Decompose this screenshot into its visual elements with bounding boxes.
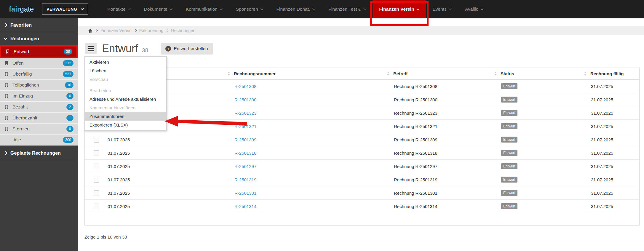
invoice-number-link[interactable]: R-2501319 — [234, 177, 256, 182]
sidebar-item-bezahlt[interactable]: Bezahlt2 — [0, 102, 78, 113]
sidebar-item-alle[interactable]: Alle300 — [0, 135, 78, 146]
fairgate-logo[interactable]: fairgate — [9, 5, 34, 13]
status-badge: Entwurf — [501, 83, 517, 89]
status-badge: Entwurf — [501, 137, 517, 143]
sidebar-item-entwurf[interactable]: Entwurf38 — [0, 45, 78, 58]
header-rechnungsnummer[interactable]: Rechnungsnummer — [234, 71, 389, 76]
menu-item-exportieren-xlsx[interactable]: Exportieren (XLSX) — [85, 121, 166, 129]
header-rechnung-faellig[interactable]: Rechnung fällig — [584, 71, 640, 76]
nav-item-kontakte[interactable]: Kontakte — [100, 0, 137, 18]
nav-item-events[interactable]: Events — [426, 0, 458, 18]
nav-item-kommunikation[interactable]: Kommunikation — [179, 0, 229, 18]
create-draft-button[interactable]: Entwurf erstellen — [161, 43, 212, 55]
nav-item-sponsoren[interactable]: Sponsoren — [229, 0, 270, 18]
header-status[interactable]: Status — [491, 71, 584, 76]
status-badge: Entwurf — [501, 150, 517, 156]
row-select-cell — [85, 190, 104, 196]
sidebar-item-im-einzug[interactable]: Im Einzug0 — [0, 91, 78, 102]
invoice-number-cell: R-2501297 — [234, 164, 389, 169]
invoice-date-cell: 01.07.2025 — [104, 204, 234, 209]
nav-item-label: Finanzen Test € — [328, 7, 361, 12]
sort-icon[interactable] — [387, 72, 389, 76]
invoice-number-link[interactable]: R-2501318 — [234, 151, 256, 156]
sidebar-item-offen[interactable]: Offen212 — [0, 58, 78, 69]
count-badge: 0 — [66, 93, 73, 99]
count-badge: 0 — [66, 126, 73, 132]
invoice-number-link[interactable]: R-2501321 — [234, 124, 256, 129]
invoice-due-cell: 31.07.2025 — [584, 97, 640, 102]
invoice-status-cell: Entwurf — [491, 150, 584, 156]
row-checkbox[interactable] — [94, 164, 99, 169]
count-badge: 531 — [63, 71, 73, 77]
invoice-number-link[interactable]: R-2501300 — [234, 97, 256, 102]
row-checkbox[interactable] — [94, 150, 99, 156]
menu-item-zusammenführen[interactable]: Zusammenführen — [85, 112, 166, 121]
nav-item-label: Dokumente — [144, 7, 167, 12]
breadcrumb-item-rechnungen[interactable]: Rechnungen — [171, 28, 195, 33]
sidebar-item-teilbeglichen[interactable]: Teilbeglichen10 — [0, 80, 78, 91]
invoice-subject-cell: Rechnung R-2501297 — [389, 164, 491, 169]
menu-item-löschen[interactable]: Löschen — [85, 66, 166, 75]
sidebar-section-rechnungen[interactable]: Rechnungen — [0, 32, 78, 45]
row-checkbox[interactable] — [94, 204, 99, 209]
logo-part-2: gate — [20, 5, 34, 13]
status-badge: Entwurf — [501, 203, 517, 209]
nav-item-finanzen-verein[interactable]: Finanzen Verein — [373, 0, 426, 18]
menu-item-adresse-und-anrede-aktualisieren[interactable]: Adresse und Anrede aktualisieren — [85, 95, 166, 103]
page-title-count: 38 — [142, 47, 148, 54]
sort-icon[interactable] — [494, 72, 497, 76]
home-icon[interactable] — [88, 28, 93, 33]
sidebar-item-storniert[interactable]: Storniert0 — [0, 124, 78, 135]
count-badge: 2 — [66, 104, 73, 110]
breadcrumb-item-fakturierung[interactable]: Fakturierung — [139, 28, 163, 33]
invoice-due-cell: 31.07.2025 — [584, 164, 640, 169]
header-betreff[interactable]: Betreff — [389, 71, 491, 76]
column-label: Rechnung fällig — [590, 71, 624, 76]
column-label: Betreff — [393, 71, 408, 76]
nav-item-finanzen-donat[interactable]: Finanzen Donat. — [270, 0, 322, 18]
invoice-number-link[interactable]: R-2501301 — [234, 191, 256, 196]
invoice-number-link[interactable]: R-2501309 — [234, 137, 256, 142]
sort-icon[interactable] — [228, 72, 230, 76]
sidebar-item-label: Bezahlt — [12, 104, 63, 110]
workspace-selector-label: VERWALTUNG — [47, 7, 77, 12]
breadcrumb-item-finanzen-verein[interactable]: Finanzen Verein — [100, 28, 132, 33]
invoice-number-cell: R-2501318 — [234, 151, 389, 156]
nav-item-label: Events — [433, 7, 447, 12]
breadcrumb: Finanzen VereinFakturierungRechnungen — [78, 26, 644, 35]
invoices-table: Rechnungsnummer Betreff Status Rechnung … — [84, 68, 640, 226]
menu-item-aktivieren[interactable]: Aktivieren — [85, 58, 166, 66]
nav-item-availio[interactable]: Availio — [458, 0, 490, 18]
logo-part-1: fair — [9, 5, 20, 13]
chevron-down-icon — [220, 7, 223, 10]
sidebar-section-geplante-rechnungen[interactable]: Geplante Rechnungen — [0, 146, 78, 160]
row-checkbox[interactable] — [94, 190, 99, 196]
workspace-selector[interactable]: VERWALTUNG — [42, 4, 88, 15]
sidebar-section-favoriten[interactable]: Favoriten — [0, 18, 78, 32]
invoice-status-cell: Entwurf — [491, 97, 584, 103]
list-actions-menu-button[interactable] — [85, 43, 97, 54]
sidebar-item-überfällig[interactable]: Überfällig531 — [0, 69, 78, 80]
sidebar-item-überbezahlt[interactable]: Überbezahlt1 — [0, 113, 78, 124]
bookmark-outline-icon — [4, 116, 9, 120]
nav-item-label: Kontakte — [107, 7, 125, 12]
sort-icon[interactable] — [584, 72, 587, 76]
table-row: 01.07.2025R-2501297Rechnung R-2501297Ent… — [85, 160, 639, 173]
count-badge: 212 — [63, 60, 73, 66]
nav-item-dokumente[interactable]: Dokumente — [137, 0, 179, 18]
invoice-subject-cell: Rechnung R-2501300 — [389, 97, 491, 102]
bookmark-outline-icon — [4, 94, 9, 98]
invoice-number-link[interactable]: R-2501308 — [234, 84, 256, 89]
invoice-number-link[interactable]: R-2501297 — [234, 164, 256, 169]
invoice-number-link[interactable]: R-2501314 — [234, 204, 256, 209]
row-checkbox[interactable] — [94, 137, 99, 143]
nav-item-finanzen-test[interactable]: Finanzen Test € — [322, 0, 372, 18]
status-badge: Entwurf — [501, 123, 517, 129]
row-checkbox[interactable] — [94, 177, 99, 183]
count-badge: 1 — [66, 115, 73, 121]
sidebar-item-list: Entwurf38Offen212Überfällig531Teilbeglic… — [0, 45, 78, 146]
invoice-date-cell: 01.07.2025 — [104, 151, 234, 156]
invoice-number-link[interactable]: R-2501323 — [234, 111, 256, 116]
count-badge: 10 — [65, 82, 73, 88]
title-row: Entwurf 38 Entwurf erstellen — [85, 43, 644, 55]
